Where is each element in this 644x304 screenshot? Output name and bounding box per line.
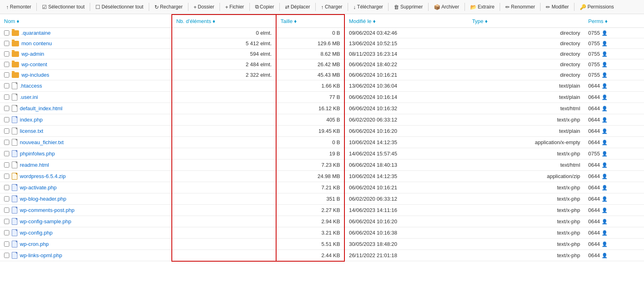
- cell-nb: [172, 159, 276, 171]
- file-name-link[interactable]: nouveau_fichier.txt: [20, 139, 63, 145]
- perms-icon[interactable]: 👤: [602, 106, 608, 111]
- row-checkbox[interactable]: [4, 83, 9, 88]
- perms-icon[interactable]: 👤: [602, 162, 608, 168]
- toolbar-btn-copier[interactable]: ⧉Copier: [252, 2, 277, 11]
- file-name-link[interactable]: wp-activate.php: [20, 184, 57, 191]
- perms-icon[interactable]: 👤: [602, 140, 608, 145]
- perms-icon[interactable]: 👤: [602, 117, 608, 123]
- file-name-link[interactable]: index.php: [20, 117, 42, 123]
- perms-value: 0644: [588, 117, 600, 123]
- toolbar-label-remonter: Remonter: [10, 4, 32, 10]
- row-checkbox[interactable]: [4, 208, 9, 213]
- perms-icon[interactable]: 👤: [602, 72, 608, 78]
- file-name-link[interactable]: wp-blog-header.php: [20, 196, 66, 202]
- toolbar-btn-modifier[interactable]: ✏Modifier: [543, 3, 572, 11]
- file-name-link[interactable]: phpinfolws.php: [20, 151, 55, 157]
- toolbar-btn-renommer[interactable]: ✏Renommer: [503, 3, 538, 11]
- file-name-link[interactable]: wp-cron.php: [20, 241, 49, 247]
- toolbar-btn-selectionner-tout[interactable]: ☑Sélectionner tout: [39, 3, 87, 11]
- col-header-type[interactable]: Type ♦: [468, 15, 584, 28]
- perms-icon[interactable]: 👤: [602, 41, 608, 46]
- col-header-nb[interactable]: Nb. d'éléments ♦: [172, 15, 276, 28]
- file-name-link[interactable]: .quarantaine: [21, 30, 51, 36]
- row-checkbox[interactable]: [4, 174, 9, 179]
- perms-icon[interactable]: 👤: [602, 30, 608, 36]
- toolbar-btn-archiver[interactable]: 📦Archiver: [431, 3, 462, 11]
- perms-icon[interactable]: 👤: [602, 51, 608, 57]
- toolbar-btn-supprimer[interactable]: 🗑Supprimer: [391, 3, 425, 11]
- row-checkbox[interactable]: [4, 162, 9, 168]
- col-header-nom[interactable]: Nom ♦: [0, 15, 172, 28]
- row-checkbox[interactable]: [4, 30, 9, 36]
- row-checkbox[interactable]: [4, 230, 9, 235]
- file-name-link[interactable]: wp-config-sample.php: [20, 218, 71, 224]
- row-checkbox[interactable]: [4, 62, 9, 67]
- col-header-taille[interactable]: Taille ♦: [276, 15, 344, 28]
- row-checkbox[interactable]: [4, 72, 9, 78]
- toolbar-icon-extraire: 📂: [470, 4, 477, 10]
- perms-icon[interactable]: 👤: [602, 230, 608, 236]
- file-name-link[interactable]: wp-comments-post.php: [20, 207, 74, 213]
- row-checkbox[interactable]: [4, 140, 9, 145]
- file-name-link[interactable]: wp-config.php: [20, 230, 53, 236]
- perms-icon[interactable]: 👤: [602, 151, 608, 157]
- file-name-link[interactable]: wp-admin: [21, 51, 44, 57]
- toolbar-btn-dossier[interactable]: +Dossier: [191, 3, 217, 11]
- file-name-link[interactable]: wordpress-6.5.4.zip: [20, 173, 65, 179]
- table-row: wp-includes2 322 elmt.45.43 MB06/06/2024…: [0, 70, 644, 80]
- perms-icon[interactable]: 👤: [602, 185, 608, 191]
- file-name-link[interactable]: default_index.html: [20, 105, 63, 111]
- file-name-link[interactable]: wp-includes: [21, 72, 49, 78]
- toolbar-btn-fichier[interactable]: +Fichier: [222, 3, 247, 11]
- row-checkbox[interactable]: [4, 128, 9, 134]
- file-name-link[interactable]: .user.ini: [20, 94, 38, 100]
- cell-type: application/zip: [468, 171, 584, 182]
- perms-icon[interactable]: 👤: [602, 253, 608, 258]
- row-checkbox[interactable]: [4, 151, 9, 156]
- toolbar-btn-remonter[interactable]: ↑Remonter: [3, 3, 34, 11]
- perms-icon[interactable]: 👤: [602, 94, 608, 100]
- toolbar-btn-deselectionner-tout[interactable]: ☐Désélectionner tout: [93, 3, 146, 11]
- col-header-perms[interactable]: Perms ♦: [584, 15, 644, 28]
- perms-icon[interactable]: 👤: [602, 219, 608, 224]
- toolbar-btn-deplacer[interactable]: ⇄Déplacer: [282, 3, 313, 11]
- file-php-icon: [12, 150, 17, 157]
- col-header-modifie[interactable]: Modifié le ♦: [344, 15, 468, 28]
- file-name-link[interactable]: wp-links-opml.php: [20, 252, 62, 258]
- row-checkbox[interactable]: [4, 241, 9, 247]
- toolbar-btn-permissions[interactable]: 🔑Permissions: [577, 3, 617, 11]
- cell-perms: 0755👤: [584, 59, 644, 70]
- row-checkbox[interactable]: [4, 117, 9, 122]
- toolbar-icon-recharger: ↻: [154, 4, 159, 10]
- row-checkbox[interactable]: [4, 219, 9, 224]
- perms-icon[interactable]: 👤: [602, 128, 608, 134]
- row-checkbox[interactable]: [4, 253, 9, 258]
- toolbar-label-archiver: Archiver: [441, 4, 459, 10]
- row-checkbox[interactable]: [4, 106, 9, 111]
- file-name-link[interactable]: .htaccess: [20, 83, 42, 89]
- toolbar-btn-recharger[interactable]: ↻Recharger: [152, 3, 186, 11]
- file-name-link[interactable]: readme.html: [20, 162, 49, 168]
- cell-perms: 0644👤: [584, 92, 644, 103]
- cell-name: wp-cron.php: [0, 239, 172, 250]
- row-checkbox[interactable]: [4, 185, 9, 190]
- perms-icon[interactable]: 👤: [602, 196, 608, 202]
- row-checkbox[interactable]: [4, 196, 9, 201]
- file-name-link[interactable]: license.txt: [20, 128, 43, 134]
- row-checkbox[interactable]: [4, 51, 9, 57]
- cell-modifie: 13/06/2024 10:36:04: [344, 80, 468, 92]
- row-checkbox[interactable]: [4, 41, 9, 46]
- perms-icon[interactable]: 👤: [602, 208, 608, 213]
- perms-icon[interactable]: 👤: [602, 62, 608, 67]
- cell-nb: [172, 239, 276, 250]
- perms-icon[interactable]: 👤: [602, 241, 608, 247]
- file-name-link[interactable]: mon contenu: [21, 40, 52, 46]
- perms-icon[interactable]: 👤: [602, 174, 608, 179]
- toolbar-btn-telecharger[interactable]: ↓Télécharger: [351, 3, 386, 11]
- toolbar-btn-extraire[interactable]: 📂Extraire: [467, 3, 497, 11]
- toolbar-btn-charger[interactable]: ↑Charger: [318, 3, 345, 11]
- cell-perms: 0644👤: [584, 182, 644, 193]
- perms-icon[interactable]: 👤: [602, 83, 608, 89]
- row-checkbox[interactable]: [4, 94, 9, 100]
- file-name-link[interactable]: wp-content: [21, 61, 47, 67]
